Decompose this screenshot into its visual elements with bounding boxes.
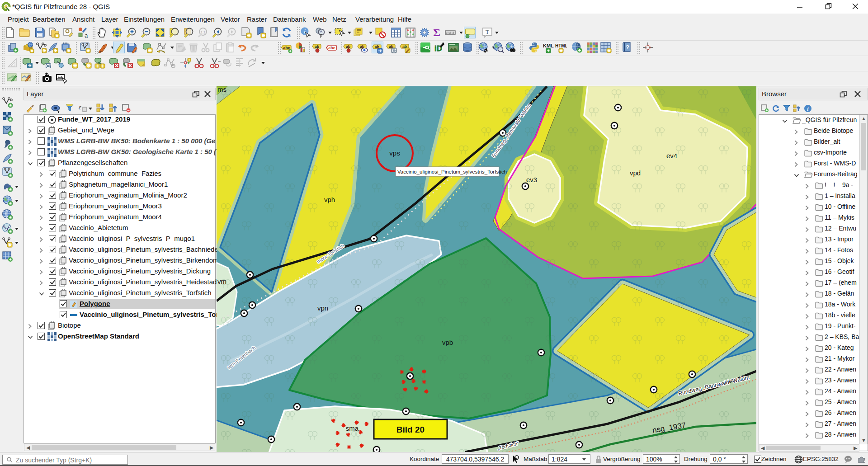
- svg-text:ab: ab: [315, 44, 319, 49]
- svg-text:i: i: [304, 28, 306, 35]
- svg-text:sma: sma: [346, 424, 359, 432]
- svg-text:vpb: vpb: [442, 339, 453, 346]
- svg-text:vm: vm: [217, 278, 226, 285]
- svg-text:ε: ε: [79, 104, 81, 111]
- svg-text:ev4: ev4: [666, 152, 677, 160]
- svg-text:abc: abc: [283, 46, 290, 50]
- svg-text:T: T: [486, 28, 489, 35]
- svg-text:ab: ab: [346, 44, 350, 49]
- svg-text:abc: abc: [328, 46, 335, 50]
- svg-text:ev3: ev3: [526, 176, 537, 184]
- svg-text:vph: vph: [324, 196, 335, 203]
- svg-text:Vaccinio_uliginosi_Pinetum_syl: Vaccinio_uliginosi_Pinetum_sylvestris_To…: [397, 169, 507, 174]
- svg-text:HTML: HTML: [555, 43, 567, 48]
- svg-text:Bild 20: Bild 20: [396, 425, 425, 434]
- svg-text:1:1: 1:1: [200, 30, 206, 34]
- svg-text:a: a: [85, 32, 88, 38]
- svg-text:vpn: vpn: [317, 304, 328, 312]
- svg-text:ms: ms: [217, 86, 226, 93]
- svg-text:vpd: vpd: [630, 169, 641, 177]
- svg-text:vps: vps: [389, 149, 400, 157]
- svg-text:?: ?: [626, 44, 629, 51]
- svg-text:KML: KML: [543, 43, 554, 48]
- svg-text:Σ: Σ: [433, 27, 440, 38]
